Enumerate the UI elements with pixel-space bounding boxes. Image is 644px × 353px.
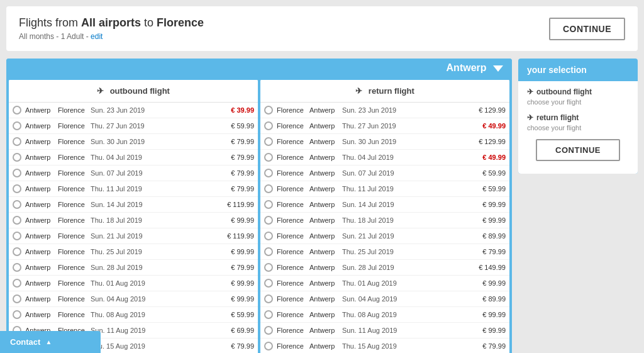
to-city: Antwerp <box>309 232 342 240</box>
outbound-flight-list: Antwerp Florence Sun. 23 Jun 2019 € 39.9… <box>9 103 258 353</box>
radio-button[interactable] <box>264 153 273 162</box>
table-row[interactable]: Florence Antwerp Sun. 07 Jul 2019 € 59.9… <box>260 165 509 181</box>
radio-button[interactable] <box>13 294 21 303</box>
flight-price: € 59.99 <box>469 169 506 177</box>
radio-button[interactable] <box>13 263 21 272</box>
table-row[interactable]: Antwerp Florence Sun. 04 Aug 2019 € 99.9… <box>9 291 258 307</box>
radio-button[interactable] <box>264 247 273 256</box>
flight-date: Thu. 27 Jun 2019 <box>342 122 469 130</box>
flight-price: € 79.99 <box>469 248 506 255</box>
to-city: Florence <box>58 248 91 255</box>
radio-button[interactable] <box>264 184 273 193</box>
radio-button[interactable] <box>264 326 273 335</box>
table-row[interactable]: Florence Antwerp Sun. 11 Aug 2019 € 99.9… <box>260 323 509 339</box>
continue-button-top[interactable]: CONTINUE <box>549 18 625 40</box>
table-row[interactable]: Antwerp Florence Sun. 21 Jul 2019 € 119.… <box>9 228 258 244</box>
table-row[interactable]: Florence Antwerp Thu. 27 Jun 2019 € 49.9… <box>260 118 509 134</box>
outbound-selection-header: ✈ outbound flight <box>527 87 629 96</box>
table-row[interactable]: Florence Antwerp Sun. 21 Jul 2019 € 89.9… <box>260 228 509 244</box>
from-city: Florence <box>277 201 309 208</box>
radio-button[interactable] <box>13 184 21 193</box>
radio-button[interactable] <box>13 279 21 288</box>
to-city: Florence <box>58 138 91 145</box>
flight-date: Thu. 11 Jul 2019 <box>342 185 469 193</box>
to-city: Florence <box>58 154 91 161</box>
plane-small-return-icon: ✈ <box>527 113 533 122</box>
to-city: Florence <box>58 311 91 318</box>
flight-price: € 99.99 <box>469 216 506 224</box>
flight-date: Sun. 28 Jul 2019 <box>91 264 218 271</box>
radio-button[interactable] <box>13 200 21 209</box>
table-row[interactable]: Antwerp Florence Thu. 18 Jul 2019 € 99.9… <box>9 213 258 228</box>
chevron-up-icon: ▲ <box>45 339 52 345</box>
table-row[interactable]: Florence Antwerp Thu. 25 Jul 2019 € 79.9… <box>260 244 509 260</box>
table-row[interactable]: Antwerp Florence Sun. 14 Jul 2019 € 119.… <box>9 197 258 213</box>
contact-bar[interactable]: Contact ▲ <box>0 331 101 353</box>
table-row[interactable]: Antwerp Florence Thu. 27 Jun 2019 € 59.9… <box>9 118 258 134</box>
table-row[interactable]: Florence Antwerp Sun. 30 Jun 2019 € 129.… <box>260 134 509 150</box>
to-city: Antwerp <box>309 106 342 114</box>
table-row[interactable]: Antwerp Florence Sun. 30 Jun 2019 € 79.9… <box>9 134 258 150</box>
radio-button[interactable] <box>13 153 21 162</box>
table-row[interactable]: Florence Antwerp Sun. 23 Jun 2019 € 129.… <box>260 103 509 118</box>
radio-button[interactable] <box>264 106 273 115</box>
radio-button[interactable] <box>264 310 273 319</box>
radio-button[interactable] <box>13 121 21 130</box>
radio-button[interactable] <box>13 106 21 115</box>
header-subtitle: All months - 1 Adult - edit <box>19 32 204 41</box>
edit-link[interactable]: edit <box>91 32 103 41</box>
from-city: Antwerp <box>25 264 58 271</box>
table-row[interactable]: Florence Antwerp Thu. 08 Aug 2019 € 99.9… <box>260 307 509 323</box>
table-row[interactable]: Florence Antwerp Thu. 15 Aug 2019 € 79.9… <box>260 339 509 353</box>
radio-button[interactable] <box>264 200 273 209</box>
radio-button[interactable] <box>264 342 273 350</box>
table-row[interactable]: Florence Antwerp Sun. 14 Jul 2019 € 99.9… <box>260 197 509 213</box>
table-row[interactable]: Florence Antwerp Sun. 04 Aug 2019 € 89.9… <box>260 291 509 307</box>
flight-date: Sun. 30 Jun 2019 <box>342 138 469 145</box>
table-row[interactable]: Antwerp Florence Sun. 07 Jul 2019 € 79.9… <box>9 165 258 181</box>
radio-button[interactable] <box>264 137 273 146</box>
table-row[interactable]: Antwerp Florence Thu. 01 Aug 2019 € 99.9… <box>9 276 258 291</box>
table-row[interactable]: Florence Antwerp Thu. 04 Jul 2019 € 49.9… <box>260 150 509 165</box>
flight-date: Sun. 23 Jun 2019 <box>91 106 218 114</box>
table-row[interactable]: Antwerp Florence Thu. 11 Jul 2019 € 79.9… <box>9 181 258 197</box>
table-row[interactable]: Antwerp Florence Sun. 23 Jun 2019 € 39.9… <box>9 103 258 118</box>
table-row[interactable]: Florence Antwerp Thu. 01 Aug 2019 € 99.9… <box>260 276 509 291</box>
radio-button[interactable] <box>13 232 21 240</box>
from-city: Antwerp <box>25 216 58 224</box>
outbound-selection-sub: choose your flight <box>527 98 629 106</box>
radio-button[interactable] <box>13 310 21 319</box>
table-row[interactable]: Antwerp Florence Thu. 04 Jul 2019 € 79.9… <box>9 150 258 165</box>
table-row[interactable]: Florence Antwerp Thu. 18 Jul 2019 € 99.9… <box>260 213 509 228</box>
plane-landing-icon: ✈ <box>355 86 362 96</box>
from-city: Florence <box>277 106 309 114</box>
table-row[interactable]: Florence Antwerp Sun. 28 Jul 2019 € 149.… <box>260 260 509 276</box>
radio-button[interactable] <box>13 216 21 225</box>
destination-bar: Antwerp <box>6 59 512 77</box>
to-city: Antwerp <box>309 138 342 145</box>
flight-price: € 79.99 <box>218 264 254 271</box>
from-city: Florence <box>277 185 309 193</box>
flight-date: Sun. 04 Aug 2019 <box>91 295 218 303</box>
table-row[interactable]: Antwerp Florence Thu. 08 Aug 2019 € 59.9… <box>9 307 258 323</box>
radio-button[interactable] <box>264 294 273 303</box>
radio-button[interactable] <box>264 121 273 130</box>
radio-button[interactable] <box>264 263 273 272</box>
from-city: Antwerp <box>25 138 58 145</box>
flight-date: Sun. 23 Jun 2019 <box>342 106 469 114</box>
radio-button[interactable] <box>13 137 21 146</box>
flight-date: Thu. 15 Aug 2019 <box>342 342 469 350</box>
radio-button[interactable] <box>264 279 273 288</box>
continue-button-sidebar[interactable]: CONTINUE <box>536 139 620 161</box>
radio-button[interactable] <box>13 169 21 177</box>
table-row[interactable]: Florence Antwerp Thu. 11 Jul 2019 € 59.9… <box>260 181 509 197</box>
table-row[interactable]: Antwerp Florence Sun. 28 Jul 2019 € 79.9… <box>9 260 258 276</box>
flight-date: Sun. 04 Aug 2019 <box>342 295 469 303</box>
radio-button[interactable] <box>264 232 273 240</box>
radio-button[interactable] <box>264 216 273 225</box>
flight-price: € 129.99 <box>469 138 506 145</box>
table-row[interactable]: Antwerp Florence Thu. 25 Jul 2019 € 99.9… <box>9 244 258 260</box>
radio-button[interactable] <box>264 169 273 177</box>
radio-button[interactable] <box>13 247 21 256</box>
flight-date: Thu. 27 Jun 2019 <box>91 122 218 130</box>
